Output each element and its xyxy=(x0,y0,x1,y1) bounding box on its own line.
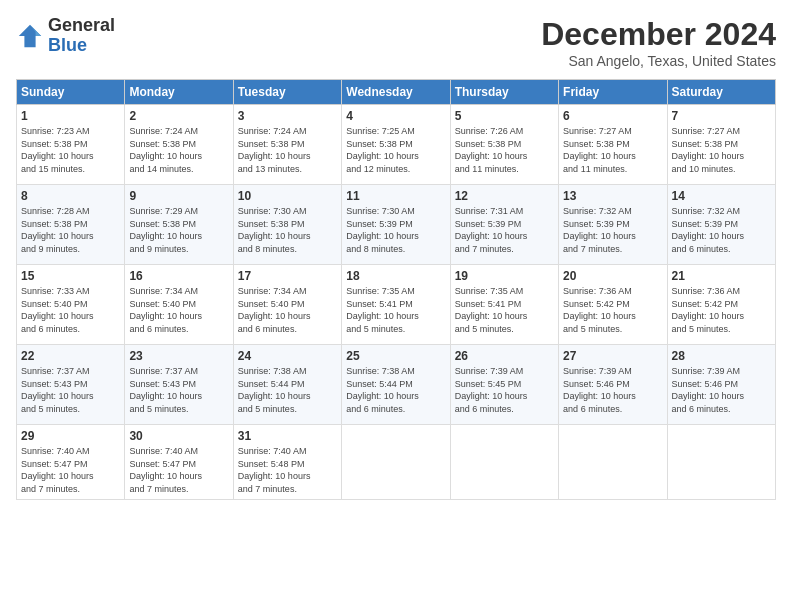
calendar-cell: 4Sunrise: 7:25 AMSunset: 5:38 PMDaylight… xyxy=(342,105,450,185)
calendar-cell: 7Sunrise: 7:27 AMSunset: 5:38 PMDaylight… xyxy=(667,105,775,185)
day-info: Sunrise: 7:38 AMSunset: 5:44 PMDaylight:… xyxy=(346,365,445,415)
day-info: Sunrise: 7:30 AMSunset: 5:39 PMDaylight:… xyxy=(346,205,445,255)
day-info: Sunrise: 7:24 AMSunset: 5:38 PMDaylight:… xyxy=(129,125,228,175)
weekday-header-wednesday: Wednesday xyxy=(342,80,450,105)
day-info: Sunrise: 7:35 AMSunset: 5:41 PMDaylight:… xyxy=(346,285,445,335)
day-number: 26 xyxy=(455,349,554,363)
day-info: Sunrise: 7:28 AMSunset: 5:38 PMDaylight:… xyxy=(21,205,120,255)
calendar-cell: 15Sunrise: 7:33 AMSunset: 5:40 PMDayligh… xyxy=(17,265,125,345)
calendar-cell: 31Sunrise: 7:40 AMSunset: 5:48 PMDayligh… xyxy=(233,425,341,500)
calendar-cell: 23Sunrise: 7:37 AMSunset: 5:43 PMDayligh… xyxy=(125,345,233,425)
day-info: Sunrise: 7:31 AMSunset: 5:39 PMDaylight:… xyxy=(455,205,554,255)
day-number: 27 xyxy=(563,349,662,363)
day-number: 8 xyxy=(21,189,120,203)
day-info: Sunrise: 7:27 AMSunset: 5:38 PMDaylight:… xyxy=(672,125,771,175)
day-number: 19 xyxy=(455,269,554,283)
calendar-cell xyxy=(559,425,667,500)
day-info: Sunrise: 7:40 AMSunset: 5:48 PMDaylight:… xyxy=(238,445,337,495)
weekday-header-sunday: Sunday xyxy=(17,80,125,105)
calendar-table: SundayMondayTuesdayWednesdayThursdayFrid… xyxy=(16,79,776,500)
day-number: 24 xyxy=(238,349,337,363)
logo-text: General Blue xyxy=(48,16,115,56)
day-number: 28 xyxy=(672,349,771,363)
calendar-cell: 10Sunrise: 7:30 AMSunset: 5:38 PMDayligh… xyxy=(233,185,341,265)
calendar-cell: 26Sunrise: 7:39 AMSunset: 5:45 PMDayligh… xyxy=(450,345,558,425)
day-info: Sunrise: 7:32 AMSunset: 5:39 PMDaylight:… xyxy=(563,205,662,255)
calendar-cell: 6Sunrise: 7:27 AMSunset: 5:38 PMDaylight… xyxy=(559,105,667,185)
day-info: Sunrise: 7:30 AMSunset: 5:38 PMDaylight:… xyxy=(238,205,337,255)
day-info: Sunrise: 7:36 AMSunset: 5:42 PMDaylight:… xyxy=(563,285,662,335)
weekday-header-row: SundayMondayTuesdayWednesdayThursdayFrid… xyxy=(17,80,776,105)
calendar-cell: 9Sunrise: 7:29 AMSunset: 5:38 PMDaylight… xyxy=(125,185,233,265)
calendar-cell: 1Sunrise: 7:23 AMSunset: 5:38 PMDaylight… xyxy=(17,105,125,185)
day-number: 11 xyxy=(346,189,445,203)
day-number: 17 xyxy=(238,269,337,283)
calendar-cell: 17Sunrise: 7:34 AMSunset: 5:40 PMDayligh… xyxy=(233,265,341,345)
day-number: 21 xyxy=(672,269,771,283)
day-number: 20 xyxy=(563,269,662,283)
day-info: Sunrise: 7:40 AMSunset: 5:47 PMDaylight:… xyxy=(129,445,228,495)
day-number: 3 xyxy=(238,109,337,123)
day-info: Sunrise: 7:24 AMSunset: 5:38 PMDaylight:… xyxy=(238,125,337,175)
day-number: 6 xyxy=(563,109,662,123)
week-row-1: 1Sunrise: 7:23 AMSunset: 5:38 PMDaylight… xyxy=(17,105,776,185)
day-info: Sunrise: 7:26 AMSunset: 5:38 PMDaylight:… xyxy=(455,125,554,175)
day-number: 30 xyxy=(129,429,228,443)
logo: General Blue xyxy=(16,16,115,56)
day-number: 10 xyxy=(238,189,337,203)
day-number: 2 xyxy=(129,109,228,123)
day-info: Sunrise: 7:34 AMSunset: 5:40 PMDaylight:… xyxy=(129,285,228,335)
day-number: 16 xyxy=(129,269,228,283)
calendar-cell: 20Sunrise: 7:36 AMSunset: 5:42 PMDayligh… xyxy=(559,265,667,345)
day-number: 23 xyxy=(129,349,228,363)
calendar-cell: 11Sunrise: 7:30 AMSunset: 5:39 PMDayligh… xyxy=(342,185,450,265)
week-row-3: 15Sunrise: 7:33 AMSunset: 5:40 PMDayligh… xyxy=(17,265,776,345)
week-row-5: 29Sunrise: 7:40 AMSunset: 5:47 PMDayligh… xyxy=(17,425,776,500)
day-number: 1 xyxy=(21,109,120,123)
day-number: 4 xyxy=(346,109,445,123)
calendar-cell: 13Sunrise: 7:32 AMSunset: 5:39 PMDayligh… xyxy=(559,185,667,265)
day-number: 18 xyxy=(346,269,445,283)
calendar-cell: 19Sunrise: 7:35 AMSunset: 5:41 PMDayligh… xyxy=(450,265,558,345)
day-info: Sunrise: 7:39 AMSunset: 5:45 PMDaylight:… xyxy=(455,365,554,415)
day-info: Sunrise: 7:34 AMSunset: 5:40 PMDaylight:… xyxy=(238,285,337,335)
day-info: Sunrise: 7:38 AMSunset: 5:44 PMDaylight:… xyxy=(238,365,337,415)
day-number: 29 xyxy=(21,429,120,443)
week-row-2: 8Sunrise: 7:28 AMSunset: 5:38 PMDaylight… xyxy=(17,185,776,265)
weekday-header-monday: Monday xyxy=(125,80,233,105)
calendar-cell: 12Sunrise: 7:31 AMSunset: 5:39 PMDayligh… xyxy=(450,185,558,265)
day-info: Sunrise: 7:39 AMSunset: 5:46 PMDaylight:… xyxy=(672,365,771,415)
calendar-cell: 5Sunrise: 7:26 AMSunset: 5:38 PMDaylight… xyxy=(450,105,558,185)
calendar-cell: 28Sunrise: 7:39 AMSunset: 5:46 PMDayligh… xyxy=(667,345,775,425)
day-number: 5 xyxy=(455,109,554,123)
location-title: San Angelo, Texas, United States xyxy=(541,53,776,69)
day-info: Sunrise: 7:37 AMSunset: 5:43 PMDaylight:… xyxy=(21,365,120,415)
day-number: 12 xyxy=(455,189,554,203)
logo-blue: Blue xyxy=(48,35,87,55)
calendar-cell: 2Sunrise: 7:24 AMSunset: 5:38 PMDaylight… xyxy=(125,105,233,185)
weekday-header-saturday: Saturday xyxy=(667,80,775,105)
logo-general: General xyxy=(48,15,115,35)
day-info: Sunrise: 7:23 AMSunset: 5:38 PMDaylight:… xyxy=(21,125,120,175)
day-number: 13 xyxy=(563,189,662,203)
header: General Blue December 2024 San Angelo, T… xyxy=(16,16,776,69)
logo-icon xyxy=(16,22,44,50)
day-info: Sunrise: 7:29 AMSunset: 5:38 PMDaylight:… xyxy=(129,205,228,255)
calendar-cell: 25Sunrise: 7:38 AMSunset: 5:44 PMDayligh… xyxy=(342,345,450,425)
day-info: Sunrise: 7:40 AMSunset: 5:47 PMDaylight:… xyxy=(21,445,120,495)
day-number: 14 xyxy=(672,189,771,203)
day-number: 7 xyxy=(672,109,771,123)
day-info: Sunrise: 7:32 AMSunset: 5:39 PMDaylight:… xyxy=(672,205,771,255)
month-title: December 2024 xyxy=(541,16,776,53)
calendar-cell: 29Sunrise: 7:40 AMSunset: 5:47 PMDayligh… xyxy=(17,425,125,500)
day-info: Sunrise: 7:33 AMSunset: 5:40 PMDaylight:… xyxy=(21,285,120,335)
day-number: 22 xyxy=(21,349,120,363)
weekday-header-thursday: Thursday xyxy=(450,80,558,105)
day-number: 9 xyxy=(129,189,228,203)
weekday-header-tuesday: Tuesday xyxy=(233,80,341,105)
calendar-cell: 21Sunrise: 7:36 AMSunset: 5:42 PMDayligh… xyxy=(667,265,775,345)
day-info: Sunrise: 7:27 AMSunset: 5:38 PMDaylight:… xyxy=(563,125,662,175)
day-number: 15 xyxy=(21,269,120,283)
calendar-cell xyxy=(667,425,775,500)
calendar-cell: 16Sunrise: 7:34 AMSunset: 5:40 PMDayligh… xyxy=(125,265,233,345)
